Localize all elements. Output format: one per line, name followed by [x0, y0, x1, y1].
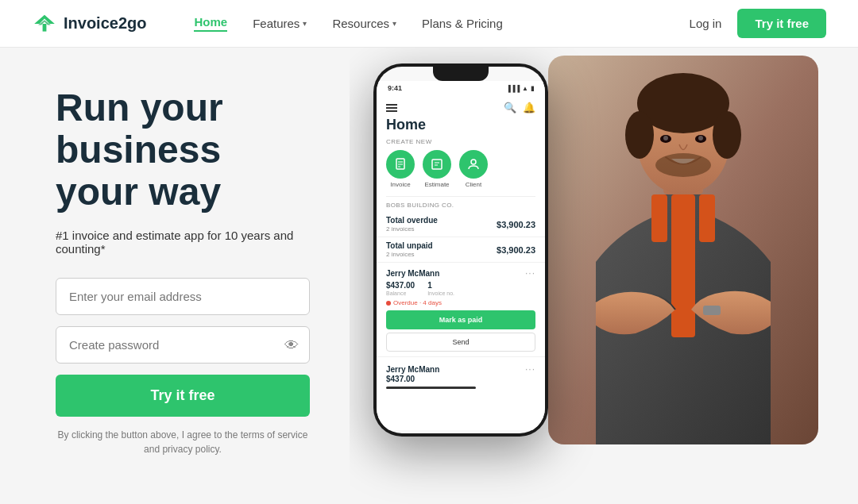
create-new-label: CREATE NEW [377, 138, 545, 145]
nav-features[interactable]: Features ▾ [253, 17, 307, 30]
svg-rect-22 [432, 160, 442, 169]
phone-screen-container: 9:41 ▐▐▐ ▲ ▮ 🔍 🔔 [377, 67, 545, 433]
invoice-label: Invoice [390, 181, 410, 188]
chevron-down-icon: ▾ [392, 19, 396, 28]
stat-row-unpaid: Total unpaid 2 invoices $3,900.23 [377, 237, 545, 263]
email-input[interactable] [56, 278, 310, 315]
phone-status-bar: 9:41 ▐▐▐ ▲ ▮ [377, 81, 545, 95]
svg-rect-16 [699, 194, 715, 242]
balance-progress-bar [386, 387, 476, 389]
person-illustration [548, 56, 818, 444]
client-label: Client [466, 181, 481, 188]
svg-rect-2 [43, 24, 47, 32]
chevron-down-icon: ▾ [303, 19, 307, 28]
login-link[interactable]: Log in [690, 17, 722, 30]
dots-menu-icon[interactable]: ··· [525, 267, 535, 279]
invoice-icon-circle [386, 150, 415, 179]
overdue-tag: Overdue · 4 days [386, 299, 535, 306]
svg-point-8 [713, 111, 741, 159]
svg-point-12 [698, 136, 703, 140]
svg-rect-17 [703, 306, 721, 315]
battery-icon: ▮ [531, 85, 534, 92]
dots-menu-icon-2[interactable]: ··· [525, 364, 535, 375]
signal-icon: ▐▐▐ [506, 85, 520, 92]
stat-overdue-label: Total overdue 2 invoices [386, 216, 438, 233]
password-wrapper: 👁 [56, 326, 310, 364]
right-panel: 9:41 ▐▐▐ ▲ ▮ 🔍 🔔 [350, 48, 858, 504]
mark-as-paid-button[interactable]: Mark as paid [386, 310, 535, 329]
nav-right: Log in Try it free [690, 9, 826, 38]
eye-icon[interactable]: 👁 [284, 337, 299, 353]
disclaimer-text: By clicking the button above, I agree to… [56, 428, 310, 456]
main-content: Run your business your way #1 invoice an… [0, 48, 858, 504]
phone-status-icons: ▐▐▐ ▲ ▮ [506, 85, 534, 92]
phone-app-header: 🔍 🔔 [377, 95, 545, 117]
client-icon-circle [459, 150, 488, 179]
client-name-2: Jerry McMann [386, 365, 439, 374]
client-name-1: Jerry McMann [386, 269, 439, 278]
phone-time: 9:41 [388, 84, 402, 92]
create-client-item[interactable]: Client [459, 150, 488, 188]
overdue-indicator [386, 301, 391, 306]
svg-marker-0 [34, 14, 55, 23]
stat-unpaid-label: Total unpaid 2 invoices [386, 241, 433, 258]
send-button[interactable]: Send [386, 333, 535, 352]
estimate-label: Estimate [424, 181, 449, 188]
stat-row-overdue: Total overdue 2 invoices $3,900.23 [377, 212, 545, 237]
site-header: Invoice2go Home Features ▾ Resources ▾ P… [0, 0, 858, 48]
client-row-2: Jerry McMann ··· $437.00 [377, 357, 545, 392]
balance-detail: $437.00 Balance [386, 281, 415, 297]
nav-home[interactable]: Home [194, 15, 227, 32]
hamburger-icon[interactable] [386, 104, 397, 112]
svg-point-11 [663, 136, 668, 140]
bell-icon[interactable]: 🔔 [523, 102, 535, 113]
phone-mockup: 9:41 ▐▐▐ ▲ ▮ 🔍 🔔 [373, 63, 548, 437]
password-input[interactable] [56, 326, 310, 364]
try-free-main-button[interactable]: Try it free [56, 375, 310, 417]
phone-notch [433, 67, 489, 81]
phone-header-icons: 🔍 🔔 [504, 102, 535, 113]
client-row-top: Jerry McMann ··· [386, 267, 535, 279]
divider [386, 196, 535, 197]
search-icon[interactable]: 🔍 [504, 102, 516, 113]
phone-app-screen: 🔍 🔔 Home CREATE NEW Invoice [377, 95, 545, 430]
estimate-icon-circle [423, 150, 451, 179]
svg-rect-15 [651, 194, 667, 242]
stat-unpaid-amount: $3,900.23 [497, 245, 535, 255]
main-nav: Home Features ▾ Resources ▾ Plans & Pric… [194, 15, 689, 32]
try-free-header-button[interactable]: Try it free [737, 9, 826, 38]
phone-home-title: Home [377, 117, 545, 138]
svg-rect-14 [671, 194, 695, 337]
hero-headline: Run your business your way [56, 87, 310, 213]
hero-subheadline: #1 invoice and estimate app for 10 years… [56, 229, 310, 256]
logo[interactable]: Invoice2go [32, 11, 146, 37]
svg-point-7 [625, 111, 654, 159]
svg-point-25 [471, 160, 476, 164]
nav-plans-pricing[interactable]: Plans & Pricing [422, 17, 503, 30]
stat-overdue-amount: $3,900.23 [497, 220, 535, 229]
logo-text: Invoice2go [64, 14, 146, 33]
company-label: BOBS BUILDING CO. [377, 202, 545, 209]
invoice-count-detail: 1 Invoice no. [427, 281, 454, 297]
client-balance-2: $437.00 [386, 375, 535, 383]
left-panel: Run your business your way #1 invoice an… [0, 48, 350, 504]
svg-point-13 [655, 153, 711, 177]
wifi-icon: ▲ [522, 85, 528, 92]
client-row-1: Jerry McMann ··· $437.00 Balance 1 Invoi… [377, 263, 545, 357]
logo-icon [32, 11, 57, 37]
client-details: $437.00 Balance 1 Invoice no. [386, 281, 535, 297]
create-estimate-item[interactable]: Estimate [423, 150, 451, 188]
client-row-2-top: Jerry McMann ··· [386, 364, 535, 375]
create-invoice-item[interactable]: Invoice [386, 150, 415, 188]
create-icons-row: Invoice Estimate Client [377, 150, 545, 188]
person-photo-card [548, 56, 818, 444]
nav-resources[interactable]: Resources ▾ [332, 17, 396, 30]
